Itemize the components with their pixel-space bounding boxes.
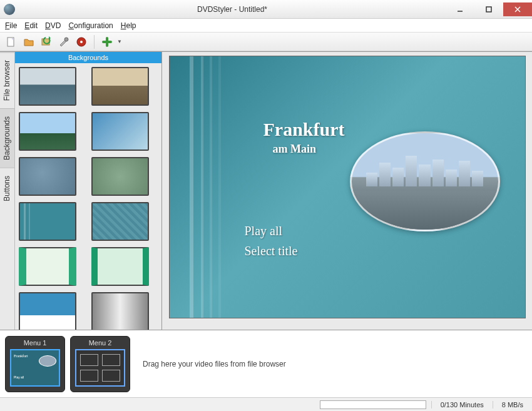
bg-thumb[interactable] xyxy=(19,112,76,151)
panel-header: Backgrounds xyxy=(15,52,161,63)
drop-hint: Drag here your video files from file bro… xyxy=(135,360,527,368)
tab-backgrounds[interactable]: Backgrounds xyxy=(0,108,14,168)
status-bitrate: 8 MB/s xyxy=(493,401,532,408)
menu-file[interactable]: File xyxy=(5,21,17,30)
bg-thumb[interactable] xyxy=(19,157,76,196)
menu-thumb-label: Menu 1 xyxy=(24,339,47,347)
tab-file-browser[interactable]: File browser xyxy=(0,52,14,108)
title-bar: DVDStyler - Untitled* xyxy=(0,0,532,19)
menu-bar: File Edit DVD Configuration Help xyxy=(0,19,532,33)
window-title: DVDStyler - Untitled* xyxy=(19,5,446,14)
thumbnail-grid xyxy=(19,67,158,330)
main-area: File browser Backgrounds Buttons Backgro… xyxy=(0,51,532,330)
skyline-graphic xyxy=(366,153,483,186)
add-button[interactable] xyxy=(100,34,115,49)
side-tabs: File browser Backgrounds Buttons xyxy=(0,52,15,330)
toolbar-separator xyxy=(94,35,95,49)
preview-play-all[interactable]: Play all xyxy=(245,224,283,238)
svg-point-8 xyxy=(64,38,68,41)
preview-wrap: Frankfurt am Main Play all Select title xyxy=(162,52,532,330)
save-refresh-button[interactable] xyxy=(39,34,54,49)
close-button[interactable] xyxy=(503,3,532,16)
timeline: Menu 1 Frankfurt Play all Menu 2 Drag he… xyxy=(0,330,532,397)
menu-help[interactable]: Help xyxy=(121,21,136,30)
window-controls xyxy=(446,3,532,16)
preview-image-oval[interactable] xyxy=(350,131,500,231)
open-folder-button[interactable] xyxy=(21,34,36,49)
bg-thumb[interactable] xyxy=(91,112,149,151)
new-file-button[interactable] xyxy=(4,34,19,49)
thumbnail-scroll[interactable] xyxy=(15,63,161,330)
menu-thumb-preview: Frankfurt Play all xyxy=(10,349,60,387)
minimize-button[interactable] xyxy=(446,3,474,16)
bg-thumb[interactable] xyxy=(19,292,76,330)
preview-subtitle[interactable]: am Main xyxy=(273,143,317,156)
menu-configuration[interactable]: Configuration xyxy=(68,21,113,30)
status-bar: 0/130 Minutes 8 MB/s xyxy=(0,397,532,411)
bg-thumb[interactable] xyxy=(19,202,76,241)
maximize-button[interactable] xyxy=(474,3,503,16)
menu-thumb-label: Menu 2 xyxy=(89,339,112,347)
water-graphic xyxy=(352,191,498,230)
svg-rect-1 xyxy=(486,7,491,12)
preview-stripes xyxy=(190,56,227,318)
status-minutes: 0/130 Minutes xyxy=(431,401,493,408)
bg-thumb[interactable] xyxy=(91,247,149,286)
bg-thumb[interactable] xyxy=(19,67,76,106)
menu-thumb-preview xyxy=(75,349,125,387)
timeline-menu-2[interactable]: Menu 2 xyxy=(70,336,130,392)
preview-title[interactable]: Frankfurt xyxy=(263,119,345,140)
timeline-menu-1[interactable]: Menu 1 Frankfurt Play all xyxy=(5,336,65,392)
bg-thumb[interactable] xyxy=(91,202,149,241)
burn-progress xyxy=(320,400,426,409)
menu-preview[interactable]: Frankfurt am Main Play all Select title xyxy=(169,56,526,318)
toolbar: ▼ xyxy=(0,33,532,51)
bg-thumb[interactable] xyxy=(91,292,149,330)
bg-thumb[interactable] xyxy=(91,67,149,106)
menu-edit[interactable]: Edit xyxy=(24,21,38,30)
menu-dvd[interactable]: DVD xyxy=(45,21,61,30)
backgrounds-panel: Backgrounds xyxy=(15,52,162,330)
settings-button[interactable] xyxy=(56,34,71,49)
preview-select-title[interactable]: Select title xyxy=(245,244,298,258)
tab-buttons[interactable]: Buttons xyxy=(0,168,14,209)
bg-thumb[interactable] xyxy=(19,247,76,286)
svg-point-10 xyxy=(80,41,83,43)
add-dropdown-icon[interactable]: ▼ xyxy=(117,39,123,44)
bg-thumb[interactable] xyxy=(91,157,149,196)
app-icon xyxy=(4,4,15,15)
burn-disc-button[interactable] xyxy=(74,34,89,49)
